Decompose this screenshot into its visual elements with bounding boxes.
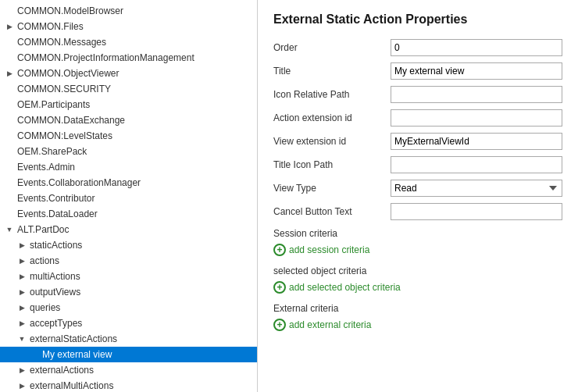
expand-btn-external-multi-actions[interactable]: ▶ [16,380,28,392]
tree-item-label-actions: actions [28,255,59,266]
add-selected-object-criteria-button[interactable]: + add selected object criteria [273,280,401,295]
tree-item-queries[interactable]: ▶queries [0,300,257,315]
tree-item-label-queries: queries [28,302,60,313]
tree-item-label-events-admin: Events.Admin [16,162,75,173]
order-row: Order [273,39,562,56]
tree-item-common-pim[interactable]: ▶COMMON.ProjectInformationManagement [0,50,257,66]
title-icon-row: Title Icon Path [273,156,562,173]
tree-item-external-static-actions[interactable]: ▼externalStaticActions [0,331,257,347]
tree-item-oem-participants[interactable]: ▶OEM.Participants [0,97,257,112]
action-ext-row: Action extension id [273,109,562,127]
title-icon-input[interactable] [391,156,562,173]
expand-btn-common-files[interactable]: ▶ [3,20,16,33]
cancel-btn-label: Cancel Button Text [273,206,391,217]
properties-panel: External Static Action Properties Order … [258,0,578,392]
expand-btn-common-objectviewer[interactable]: ▶ [3,67,16,80]
tree-item-multi-actions[interactable]: ▶multiActions [0,269,257,284]
view-ext-label: View extension id [273,136,391,147]
tree-item-accept-types[interactable]: ▶acceptTypes [0,315,257,331]
icon-path-row: Icon Relative Path [273,86,562,103]
tree-item-label-model-browser: COMMON.ModelBrowser [16,5,123,16]
title-input[interactable] [391,62,562,80]
view-type-row: View Type Read Write ReadWrite [273,180,562,197]
tree-item-label-common-security: COMMON.SECURITY [16,84,111,94]
tree-item-my-external-view[interactable]: ▶My external view [0,347,257,362]
plus-icon-selected: + [273,281,286,294]
tree-item-label-common-levelstates: COMMON:LevelStates [16,130,112,141]
tree-item-label-events-dataloader: Events.DataLoader [16,208,98,219]
tree-item-common-messages[interactable]: ▶COMMON.Messages [0,34,257,50]
add-external-criteria-label: add external criteria [289,319,371,330]
add-session-criteria-label: add session criteria [289,244,369,255]
tree-item-label-common-pim: COMMON.ProjectInformationManagement [16,52,194,63]
icon-path-label: Icon Relative Path [273,89,391,100]
tree-item-label-external-static-actions: externalStaticActions [28,333,117,344]
selected-object-criteria-title: selected object criteria [273,265,562,276]
tree-item-label-external-multi-actions: externalMultiActions [28,380,113,391]
title-label: Title [273,66,391,77]
tree-item-model-browser[interactable]: ▶COMMON.ModelBrowser [0,3,257,19]
cancel-btn-input[interactable] [391,203,562,220]
panel-title: External Static Action Properties [273,12,562,27]
tree-item-common-objectviewer[interactable]: ▶COMMON.ObjectViewer [0,66,257,81]
expand-btn-accept-types[interactable]: ▶ [16,317,28,330]
title-row: Title [273,62,562,80]
tree-panel: ▶COMMON.ModelBrowser▶COMMON.Files▶COMMON… [0,0,258,392]
tree-item-label-external-actions: externalActions [28,365,94,376]
tree-item-alt-partdoc[interactable]: ▼ALT.PartDoc [0,222,257,237]
tree-item-label-oem-sharepack: OEM.SharePack [16,146,87,157]
tree-item-label-static-actions: staticActions [28,240,82,251]
expand-btn-output-views[interactable]: ▶ [16,286,28,298]
view-type-select[interactable]: Read Write ReadWrite [391,180,562,197]
view-ext-row: View extension id [273,133,562,150]
tree-item-events-collaboration[interactable]: ▶Events.CollaborationManager [0,175,257,191]
expand-btn-static-actions[interactable]: ▶ [16,239,28,251]
tree-item-label-common-messages: COMMON.Messages [16,37,106,48]
expand-btn-external-actions[interactable]: ▶ [16,364,28,376]
order-label: Order [273,42,391,53]
tree-item-label-common-objectviewer: COMMON.ObjectViewer [16,68,119,79]
tree-item-output-views[interactable]: ▶outputViews [0,284,257,300]
tree-item-static-actions[interactable]: ▶staticActions [0,237,257,253]
tree-item-label-output-views: outputViews [28,287,80,298]
session-criteria-title: Session criteria [273,228,562,239]
tree-item-label-common-files: COMMON.Files [16,21,84,32]
tree-item-actions[interactable]: ▶actions [0,253,257,269]
tree-item-external-multi-actions[interactable]: ▶externalMultiActions [0,378,257,392]
add-selected-object-criteria-label: add selected object criteria [289,282,401,293]
tree-item-label-common-dataexchange: COMMON.DataExchange [16,115,125,126]
order-input[interactable] [391,39,562,56]
expand-btn-actions[interactable]: ▶ [16,255,28,267]
tree-item-label-oem-participants: OEM.Participants [16,99,90,110]
action-ext-label: Action extension id [273,112,391,123]
expand-btn-external-static-actions[interactable]: ▼ [16,333,28,345]
expand-btn-multi-actions[interactable]: ▶ [16,270,28,283]
tree-item-label-accept-types: acceptTypes [28,318,82,329]
tree-item-events-dataloader[interactable]: ▶Events.DataLoader [0,206,257,222]
expand-btn-queries[interactable]: ▶ [16,301,28,314]
tree-item-common-levelstates[interactable]: ▶COMMON:LevelStates [0,128,257,144]
plus-icon-session: + [273,244,286,256]
view-type-label: View Type [273,183,391,194]
tree-item-label-events-collaboration: Events.CollaborationManager [16,177,141,188]
icon-path-input[interactable] [391,86,562,103]
tree-item-label-my-external-view: My external view [41,349,112,360]
add-external-criteria-button[interactable]: + add external criteria [273,317,371,333]
tree-item-oem-sharepack[interactable]: ▶OEM.SharePack [0,144,257,159]
tree-item-external-actions[interactable]: ▶externalActions [0,362,257,378]
plus-icon-external: + [273,319,286,331]
add-session-criteria-button[interactable]: + add session criteria [273,242,369,258]
external-criteria-title: External criteria [273,303,562,314]
cancel-btn-row: Cancel Button Text [273,203,562,220]
tree-item-events-contributor[interactable]: ▶Events.Contributor [0,191,257,206]
title-icon-label: Title Icon Path [273,159,391,170]
expand-btn-alt-partdoc[interactable]: ▼ [3,223,16,236]
tree-item-label-events-contributor: Events.Contributor [16,193,95,204]
view-ext-input[interactable] [391,133,562,150]
tree-item-common-dataexchange[interactable]: ▶COMMON.DataExchange [0,112,257,128]
tree-item-label-alt-partdoc: ALT.PartDoc [16,224,69,235]
tree-item-common-files[interactable]: ▶COMMON.Files [0,19,257,34]
action-ext-input[interactable] [391,109,562,127]
tree-item-events-admin[interactable]: ▶Events.Admin [0,159,257,175]
tree-item-common-security[interactable]: ▶COMMON.SECURITY [0,81,257,97]
